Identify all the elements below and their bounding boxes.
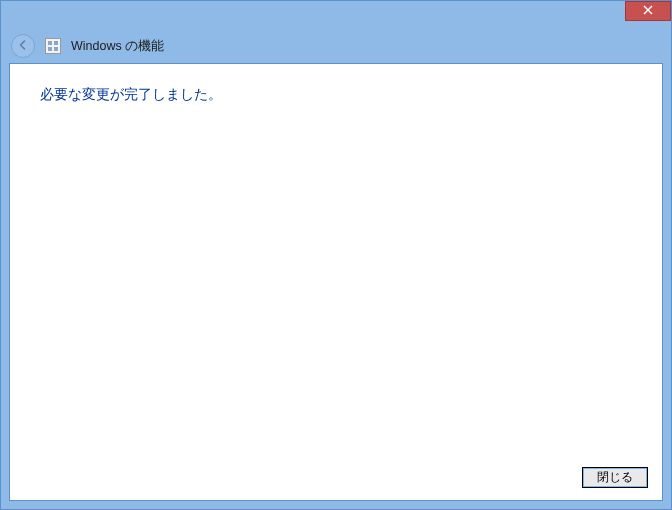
windows-feature-icon [45, 38, 61, 54]
spacer [10, 104, 662, 457]
svg-rect-0 [46, 39, 61, 54]
content-wrap: 必要な変更が完了しました。 閉じる [1, 63, 671, 509]
svg-rect-4 [54, 47, 58, 51]
svg-rect-2 [54, 41, 58, 45]
close-button[interactable] [625, 1, 671, 21]
dialog-window: Windows の機能 必要な変更が完了しました。 閉じる [0, 0, 672, 510]
main-heading: 必要な変更が完了しました。 [10, 64, 662, 104]
svg-rect-3 [48, 47, 52, 51]
close-dialog-button[interactable]: 閉じる [582, 467, 648, 488]
content-area: 必要な変更が完了しました。 閉じる [9, 63, 663, 501]
titlebar [1, 1, 671, 29]
footer: 閉じる [10, 457, 662, 500]
close-icon [643, 4, 653, 18]
header-title: Windows の機能 [71, 38, 164, 55]
back-button[interactable] [11, 34, 35, 58]
back-arrow-icon [16, 38, 30, 55]
svg-rect-1 [48, 41, 52, 45]
header: Windows の機能 [1, 29, 671, 63]
